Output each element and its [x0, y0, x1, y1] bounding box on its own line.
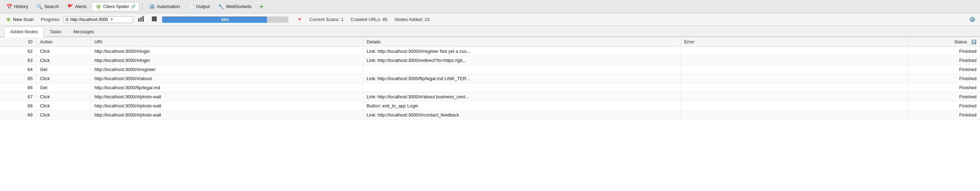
- cell-action: Click: [36, 110, 91, 120]
- table-row[interactable]: 67Clickhttp://localhost:3000/#/photo-wal…: [0, 92, 980, 101]
- cell-error: [681, 56, 907, 65]
- tab-messages[interactable]: Messages: [67, 27, 100, 36]
- menu-bar: 📅 History 🔍 Search 🚩 Alerts ✳️ Client Sp…: [0, 0, 980, 13]
- cell-id: 67: [0, 92, 36, 101]
- tab-tasks-label: Tasks: [50, 29, 61, 34]
- toolbar: ✳️ New Scan Progress: 0: http://localhos…: [0, 13, 980, 26]
- cell-action: Click: [36, 74, 91, 83]
- table-row[interactable]: 66Gethttp://localhost:3000/ftp/legal.mdF…: [0, 83, 980, 92]
- search-icon: 🔍: [37, 4, 43, 9]
- cell-id: 63: [0, 56, 36, 65]
- new-scan-button[interactable]: ✳️ New Scan: [3, 16, 37, 23]
- settings-button[interactable]: ⚙️: [967, 15, 977, 24]
- cell-details: Button: exit_to_app Login: [363, 101, 681, 110]
- stat-icon: 🔻: [297, 17, 302, 22]
- cell-id: 69: [0, 110, 36, 120]
- cell-status: Finished: [907, 92, 980, 101]
- progress-label: Progress:: [41, 17, 60, 22]
- cell-status: Finished: [907, 110, 980, 120]
- cell-uri: http://localhost:3000/#/about: [91, 74, 363, 83]
- cell-status: Finished: [907, 47, 980, 56]
- new-scan-label: New Scan: [13, 17, 34, 22]
- export-icon[interactable]: ⬆️: [971, 39, 977, 44]
- scan-stats: 🔻 Current Scans: 1 Crawled URLs: 85 Node…: [297, 17, 430, 22]
- tab-tasks[interactable]: Tasks: [44, 27, 67, 36]
- alerts-icon: 🚩: [67, 4, 73, 9]
- menu-item-websockets-label: WebSockets: [226, 4, 251, 9]
- cell-details: [363, 65, 681, 74]
- svg-rect-3: [152, 16, 157, 21]
- cell-error: [681, 74, 907, 83]
- col-header-error: Error: [681, 37, 907, 47]
- cell-action: Click: [36, 47, 91, 56]
- nodes-added-stat: Nodes Added: 10: [395, 17, 430, 22]
- table-row[interactable]: 68Clickhttp://localhost:3000/#/photo-wal…: [0, 101, 980, 110]
- crawled-urls-stat: Crawled URLs: 85: [350, 17, 388, 22]
- menu-item-history[interactable]: 📅 History: [3, 2, 32, 11]
- cell-error: [681, 110, 907, 120]
- new-scan-icon: ✳️: [6, 17, 11, 22]
- cell-uri: http://localhost:3000/#/login: [91, 47, 363, 56]
- progress-bar: 83%: [162, 16, 288, 23]
- progress-bar-text: 83%: [162, 16, 288, 23]
- table-row[interactable]: 69Clickhttp://localhost:3000/#/photo-wal…: [0, 110, 980, 120]
- cell-id: 68: [0, 101, 36, 110]
- menu-item-alerts-label: Alerts: [75, 4, 87, 9]
- menu-item-websockets[interactable]: 🔧 WebSockets: [215, 2, 255, 11]
- menu-item-client-spider-label: Client Spider: [103, 4, 129, 9]
- menu-item-search-label: Search: [44, 4, 59, 9]
- cell-details: [363, 83, 681, 92]
- cell-status: Finished: [907, 74, 980, 83]
- cell-details: Link: http://localhost:3000/redirect?to=…: [363, 56, 681, 65]
- cell-error: [681, 83, 907, 92]
- cell-status: Finished: [907, 83, 980, 92]
- progress-dropdown-value: 0: http://localhost:3000: [65, 17, 108, 22]
- cell-details: Link: http://localhost:3000/#/register N…: [363, 47, 681, 56]
- cell-id: 64: [0, 65, 36, 74]
- table-container: ID Action URI Details Error Status ⬆️ 62…: [0, 37, 980, 191]
- tabs-row: Added Nodes Tasks Messages: [0, 26, 980, 37]
- cell-action: Get: [36, 83, 91, 92]
- menu-item-history-label: History: [14, 4, 28, 9]
- cell-details: Link: http://localhost:3000/#/contact_fe…: [363, 110, 681, 120]
- table-body: 62Clickhttp://localhost:3000/#/loginLink…: [0, 47, 980, 120]
- table-header-row: ID Action URI Details Error Status ⬆️: [0, 37, 980, 47]
- menu-item-search[interactable]: 🔍 Search: [33, 2, 62, 11]
- websockets-icon: 🔧: [218, 4, 224, 9]
- cell-uri: http://localhost:3000/#/login: [91, 56, 363, 65]
- menu-item-output[interactable]: 📄 Output: [185, 2, 213, 11]
- cell-details: Link: http://localhost:3000/ftp/legal.md…: [363, 74, 681, 83]
- cell-action: Click: [36, 101, 91, 110]
- cell-error: [681, 101, 907, 110]
- cell-id: 62: [0, 47, 36, 56]
- menu-item-client-spider[interactable]: ✳️ Client Spider 🔗: [92, 2, 140, 11]
- table-row[interactable]: 63Clickhttp://localhost:3000/#/loginLink…: [0, 56, 980, 65]
- menu-item-automation[interactable]: ⚙️ Automation: [146, 2, 183, 11]
- cell-uri: http://localhost:3000/#/photo-wall: [91, 92, 363, 101]
- cell-error: [681, 47, 907, 56]
- nodes-table: ID Action URI Details Error Status ⬆️ 62…: [0, 37, 980, 120]
- output-icon: 📄: [188, 4, 194, 9]
- tab-added-nodes[interactable]: Added Nodes: [4, 27, 44, 37]
- add-tab-button[interactable]: +: [256, 3, 267, 11]
- cell-status: Finished: [907, 56, 980, 65]
- table-row[interactable]: 64Gethttp://localhost:3000/#/registerFin…: [0, 65, 980, 74]
- current-scans-stat: Current Scans: 1: [309, 17, 344, 22]
- tab-messages-label: Messages: [73, 29, 94, 34]
- stop-button[interactable]: [150, 16, 159, 24]
- table-row[interactable]: 65Clickhttp://localhost:3000/#/aboutLink…: [0, 74, 980, 83]
- client-spider-icon: ✳️: [95, 4, 101, 9]
- cell-uri: http://localhost:3000/ftp/legal.md: [91, 83, 363, 92]
- progress-dropdown[interactable]: 0: http://localhost:3000 ▼: [63, 16, 133, 23]
- automation-icon: ⚙️: [149, 4, 155, 9]
- cell-status: Finished: [907, 101, 980, 110]
- cell-status: Finished: [907, 65, 980, 74]
- bar-chart-button[interactable]: [136, 16, 146, 24]
- cell-action: Get: [36, 65, 91, 74]
- tab-added-nodes-label: Added Nodes: [10, 29, 38, 34]
- svg-rect-0: [138, 18, 140, 22]
- menu-item-output-label: Output: [196, 4, 210, 9]
- menu-item-alerts[interactable]: 🚩 Alerts: [64, 2, 90, 11]
- col-header-id: ID: [0, 37, 36, 47]
- table-row[interactable]: 62Clickhttp://localhost:3000/#/loginLink…: [0, 47, 980, 56]
